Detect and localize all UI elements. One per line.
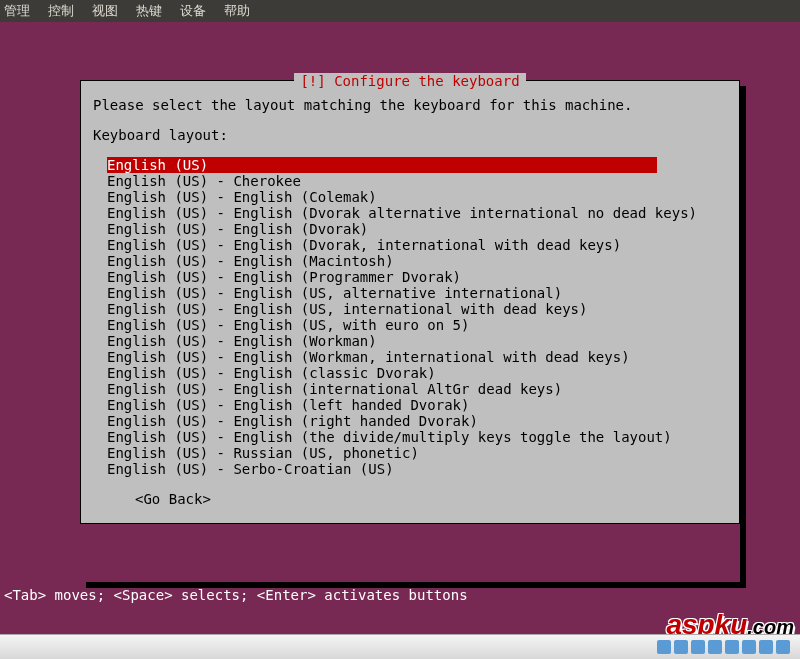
dialog-label: Keyboard layout: <box>93 127 727 143</box>
keyboard-layout-option[interactable]: English (US) <box>107 157 657 173</box>
keyboard-layout-option[interactable]: English (US) - Serbo-Croatian (US) <box>107 461 727 477</box>
tray-icon[interactable] <box>708 640 722 654</box>
dialog-title: [!] Configure the keyboard <box>93 73 727 89</box>
keyboard-layout-list[interactable]: English (US)English (US) - CherokeeEngli… <box>107 157 727 477</box>
dialog-shadow <box>740 86 746 586</box>
keyboard-layout-option[interactable]: English (US) - English (Programmer Dvora… <box>107 269 727 285</box>
keyboard-layout-option[interactable]: English (US) - English (classic Dvorak) <box>107 365 727 381</box>
configure-keyboard-dialog: [!] Configure the keyboard Please select… <box>80 80 740 524</box>
tray-icon[interactable] <box>742 640 756 654</box>
keyboard-layout-option[interactable]: English (US) - English (Colemak) <box>107 189 727 205</box>
keyboard-layout-option[interactable]: English (US) - English (US, alternative … <box>107 285 727 301</box>
keyboard-layout-option[interactable]: English (US) - English (left handed Dvor… <box>107 397 727 413</box>
tray-icon[interactable] <box>759 640 773 654</box>
installer-screen: [!] Configure the keyboard Please select… <box>0 22 800 631</box>
tray-icon[interactable] <box>691 640 705 654</box>
menu-view[interactable]: 视图 <box>92 2 118 20</box>
menu-hotkeys[interactable]: 热键 <box>136 2 162 20</box>
keyboard-layout-option[interactable]: English (US) - English (US, internationa… <box>107 301 727 317</box>
menu-devices[interactable]: 设备 <box>180 2 206 20</box>
menu-help[interactable]: 帮助 <box>224 2 250 20</box>
tray-icon[interactable] <box>776 640 790 654</box>
keyboard-layout-option[interactable]: English (US) - English (US, with euro on… <box>107 317 727 333</box>
menubar: 管理 控制 视图 热键 设备 帮助 <box>0 0 800 22</box>
tray-icon[interactable] <box>674 640 688 654</box>
help-footer: <Tab> moves; <Space> selects; <Enter> ac… <box>4 587 468 603</box>
keyboard-layout-option[interactable]: English (US) - English (Dvorak, internat… <box>107 237 727 253</box>
keyboard-layout-option[interactable]: English (US) - English (the divide/multi… <box>107 429 727 445</box>
vm-taskbar <box>0 634 800 659</box>
keyboard-layout-option[interactable]: English (US) - English (Dvorak alternati… <box>107 205 727 221</box>
tray-icon[interactable] <box>657 640 671 654</box>
keyboard-layout-option[interactable]: English (US) - English (Workman, interna… <box>107 349 727 365</box>
keyboard-layout-option[interactable]: English (US) - English (Dvorak) <box>107 221 727 237</box>
menu-manage[interactable]: 管理 <box>4 2 30 20</box>
keyboard-layout-option[interactable]: English (US) - English (Workman) <box>107 333 727 349</box>
keyboard-layout-option[interactable]: English (US) - English (right handed Dvo… <box>107 413 727 429</box>
keyboard-layout-option[interactable]: English (US) - English (international Al… <box>107 381 727 397</box>
tray-icon[interactable] <box>725 640 739 654</box>
keyboard-layout-option[interactable]: English (US) - Cherokee <box>107 173 727 189</box>
keyboard-layout-option[interactable]: English (US) - Russian (US, phonetic) <box>107 445 727 461</box>
tray-icons <box>657 640 790 654</box>
dialog-intro: Please select the layout matching the ke… <box>93 97 727 113</box>
menu-control[interactable]: 控制 <box>48 2 74 20</box>
go-back-button[interactable]: <Go Back> <box>135 491 727 507</box>
keyboard-layout-option[interactable]: English (US) - English (Macintosh) <box>107 253 727 269</box>
